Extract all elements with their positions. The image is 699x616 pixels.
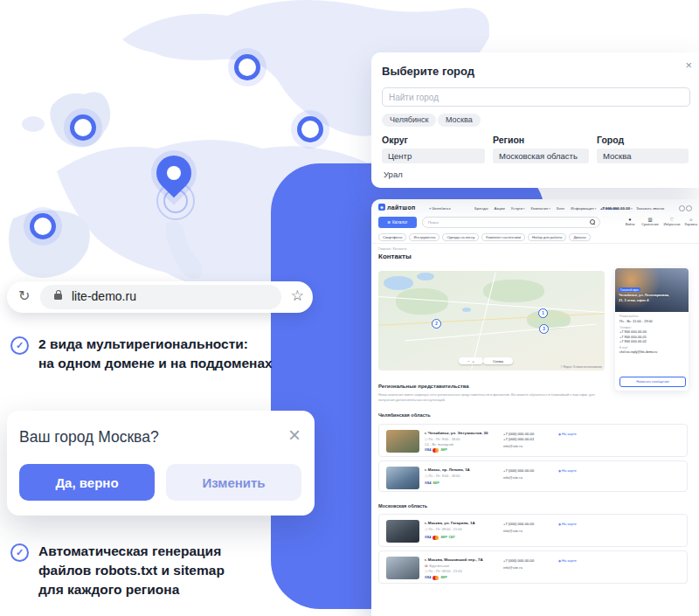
category-chip[interactable]: Одежда на весну — [442, 233, 479, 241]
site-search-input[interactable]: Поиск — [422, 217, 600, 228]
bookmark-star-icon[interactable]: ☆ — [291, 287, 304, 305]
office-phone[interactable]: +7 (000) 000-00-00 — [503, 468, 534, 473]
category-chip[interactable]: Инструменты — [409, 233, 439, 241]
office-phone[interactable]: +7 (000) 000-00-01 — [503, 437, 534, 441]
nav-item[interactable]: Информация — [571, 206, 596, 211]
category-chip[interactable]: Диваны — [569, 233, 590, 241]
cart-button[interactable]: ⌂Корзина — [680, 217, 699, 226]
close-icon[interactable]: × — [685, 59, 692, 71]
on-map-link[interactable]: На карте — [558, 522, 577, 526]
mir-icon: МИР — [433, 481, 439, 485]
office-address: Челябинск, ул. Лесопарковая,21, 3 этаж, … — [619, 293, 669, 302]
nav-item[interactable]: Блог — [557, 206, 564, 211]
check-icon: ✓ — [10, 543, 29, 562]
office-photo: Головной офис Челябинск, ул. Лесопаркова… — [615, 268, 689, 312]
okrug-option-selected[interactable]: Центр — [382, 149, 485, 163]
mir-icon: МИР — [440, 448, 446, 452]
city-option-selected[interactable]: Москва — [597, 149, 689, 163]
mastercard-icon — [433, 448, 439, 453]
breadcrumb: ГлавнаяКонтакты — [378, 247, 406, 251]
map-zoom-controls[interactable]: − + — [459, 357, 483, 364]
visa-icon: VISA — [425, 576, 431, 579]
zoom-in-button[interactable]: + — [473, 359, 474, 363]
office-email[interactable]: chel.no-reply@lite-demo.ru — [619, 350, 684, 354]
feature-robots-sitemap: ✓ Автоматическая генерацияфайлов robots.… — [10, 542, 299, 599]
feature-multiregional: ✓ 2 вида мультирегиональности:на одном д… — [10, 335, 299, 373]
column-header-okrug: Округ — [382, 135, 408, 145]
office-phone[interactable]: +7 (000) 000-00-00 — [503, 432, 534, 436]
category-chip[interactable]: Комплект сантехники — [481, 233, 525, 241]
page-title: Контакты — [378, 253, 412, 260]
phone-label: Телефон — [619, 326, 684, 329]
recent-city-chip[interactable]: Челябинск — [382, 114, 436, 127]
office-phone[interactable]: +7 900 000-00-01 — [619, 335, 684, 339]
geo-question: Ваш город Москва? — [19, 428, 159, 446]
site-logo[interactable]: ◈ лайтшоп — [378, 204, 416, 211]
zoom-out-button[interactable]: − — [467, 359, 469, 363]
breadcrumb-home[interactable]: Главная — [378, 247, 393, 251]
url-field[interactable]: lite-demo.ru — [40, 285, 281, 309]
office-row: г. Миасс, пр. Ленина, 1А Пн - Пт: 9:00 -… — [378, 460, 688, 492]
office-row: г. Москва, Московский пер., 7А Фрунзенск… — [378, 550, 688, 584]
city-select-modal: × Выберите город Челябинск Москва Округ … — [371, 52, 699, 188]
column-header-region: Регион — [493, 135, 524, 145]
geo-confirm-dialog: Ваш город Москва? × Да, верно Изменить — [7, 411, 315, 516]
user-icon: ● — [627, 217, 633, 222]
office-email[interactable]: info@site.ru — [503, 565, 523, 570]
okrug-option[interactable]: Урал — [382, 170, 405, 179]
city-search-input[interactable] — [382, 87, 690, 107]
map-main-pin — [140, 140, 210, 218]
map-pin[interactable]: 3 — [539, 324, 549, 334]
catalog-button[interactable]: Каталог — [378, 217, 417, 228]
header-phone[interactable]: +7 900 000-00-00 — [600, 206, 633, 211]
on-map-link[interactable]: На карте — [558, 468, 577, 473]
mastercard-icon — [433, 536, 439, 540]
cart-icon: ⌂ — [689, 217, 694, 222]
refresh-icon[interactable]: ↻ — [18, 287, 30, 304]
office-phone[interactable]: +7 (000) 000-00-00 — [503, 522, 534, 526]
metro-station: Фрунзенская — [425, 564, 449, 568]
geo-picker[interactable]: Челябинск — [429, 206, 451, 211]
office-phone[interactable]: +7 (000) 000-00-00 — [503, 558, 534, 563]
map-pin[interactable]: 2 — [432, 319, 441, 329]
site-nav: Бренды Акции Услуги Компания Блог Информ… — [474, 206, 619, 211]
on-map-link[interactable]: На карте — [558, 432, 577, 436]
office-thumbnail — [386, 520, 419, 543]
office-email[interactable]: info@site.ru — [503, 475, 523, 480]
category-chips: Смартфоны Инструменты Одежда на весну Ко… — [378, 233, 591, 241]
map-layers-button[interactable]: Схема — [483, 357, 513, 364]
office-phone[interactable]: +7 900 000-00-00 — [619, 329, 684, 334]
confirm-city-button[interactable]: Да, верно — [19, 464, 155, 501]
email-label: E-mail — [619, 346, 684, 350]
map-ring-pin-east — [297, 116, 323, 142]
office-phone[interactable]: +7 900 000-00-02 — [619, 339, 684, 343]
category-chip[interactable]: Набор для работы — [528, 233, 567, 241]
nav-item[interactable]: Акции — [495, 206, 505, 211]
theme-icon[interactable] — [679, 205, 685, 211]
office-email[interactable]: info@site.ru — [503, 529, 523, 533]
map-attribution: © Яндекс Условия использования — [561, 365, 602, 369]
contacts-map[interactable]: 2 1 3 − + Схема © Яндекс Условия использ… — [378, 271, 605, 370]
website-screenshot: ◈ лайтшоп Челябинск Бренды Акции Услуги … — [371, 199, 699, 616]
nav-item[interactable]: Бренды — [474, 206, 488, 211]
write-message-button[interactable]: Написать сообщение — [619, 377, 686, 387]
visa-icon: VISA — [425, 448, 431, 452]
mir-icon: МИР — [440, 536, 446, 539]
search-icon[interactable] — [590, 219, 595, 225]
head-office-card: Головной офис Челябинск, ул. Лесопаркова… — [615, 268, 689, 391]
region-option-selected[interactable]: Московская область — [493, 149, 589, 163]
lang-icon[interactable] — [686, 205, 692, 211]
callback-link[interactable]: Заказать звонок — [636, 206, 664, 211]
breadcrumb-current: Контакты — [393, 247, 407, 251]
nav-item[interactable]: Компания — [531, 206, 550, 211]
visa-icon: VISA — [425, 481, 431, 485]
nav-item[interactable]: Услуги — [511, 206, 525, 211]
category-chip[interactable]: Смартфоны — [378, 233, 406, 241]
compare-button[interactable]: ▥Сравнение — [639, 217, 661, 226]
close-icon[interactable]: × — [288, 423, 301, 447]
recent-city-chip[interactable]: Москва — [438, 114, 481, 127]
change-city-button[interactable]: Изменить — [166, 464, 301, 501]
office-email[interactable]: info@site.ru — [503, 444, 523, 448]
on-map-link[interactable]: На карте — [558, 558, 577, 563]
map-pin[interactable]: 1 — [538, 308, 548, 318]
